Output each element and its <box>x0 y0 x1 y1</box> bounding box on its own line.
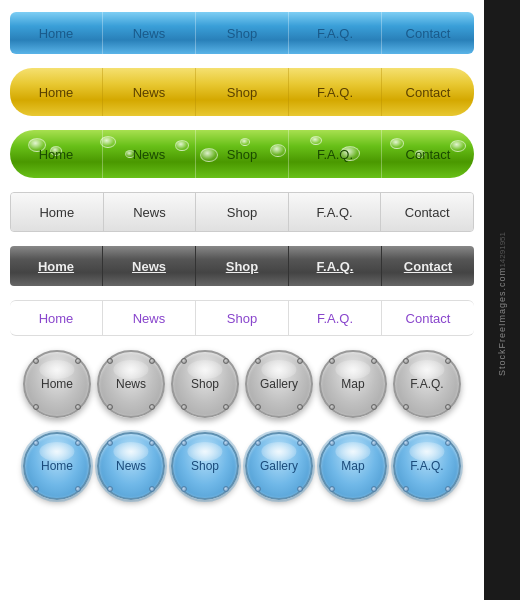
nav-shop-yellow[interactable]: Shop <box>196 68 289 116</box>
nav-faq-yellow[interactable]: F.A.Q. <box>289 68 382 116</box>
screw-tl <box>255 358 261 364</box>
navbar-white: Home News Shop F.A.Q. Contact <box>10 300 474 336</box>
nav-home-dark[interactable]: Home <box>10 246 103 286</box>
outer-ring <box>317 430 389 502</box>
screw-bl <box>107 486 113 492</box>
screw-tl <box>107 358 113 364</box>
circle-row-gray: Home News Shop Gallery M <box>10 350 474 418</box>
nav-news-dark[interactable]: News <box>103 246 196 286</box>
screw-br <box>75 486 81 492</box>
navbar-silver: Home News Shop F.A.Q. Contact <box>10 192 474 232</box>
circle-btn-home-gray[interactable]: Home <box>23 350 91 418</box>
screw-bl <box>33 486 39 492</box>
nav-shop-white[interactable]: Shop <box>196 301 289 335</box>
nav-faq-dark[interactable]: F.A.Q. <box>289 246 382 286</box>
circle-label: News <box>116 377 146 391</box>
nav-news-white[interactable]: News <box>103 301 196 335</box>
screw-tr <box>149 440 155 446</box>
circle-btn-gallery-gray[interactable]: Gallery <box>245 350 313 418</box>
circle-btn-map-gray[interactable]: Map <box>319 350 387 418</box>
outer-ring <box>391 430 463 502</box>
screw-bl <box>329 404 335 410</box>
screw-bl <box>107 404 113 410</box>
nav-shop-silver[interactable]: Shop <box>196 193 289 231</box>
nav-shop-green[interactable]: Shop <box>196 130 289 178</box>
nav-faq-green[interactable]: F.A.Q. <box>289 130 382 178</box>
screw-tr <box>371 440 377 446</box>
navbar-green: Home News Shop F.A.Q. Contact <box>10 130 474 178</box>
screw-tl <box>33 358 39 364</box>
nav-shop-blue[interactable]: Shop <box>196 12 289 54</box>
outer-ring <box>243 430 315 502</box>
circle-btn-shop-blue[interactable]: Shop <box>171 432 239 500</box>
circle-label: Shop <box>191 377 219 391</box>
circle-label: Gallery <box>260 377 298 391</box>
screw-tr <box>371 358 377 364</box>
circle-btn-map-blue[interactable]: Map <box>319 432 387 500</box>
screw-bl <box>255 486 261 492</box>
screw-br <box>445 404 451 410</box>
nav-contact-yellow[interactable]: Contact <box>382 68 474 116</box>
circle-btn-faq-blue[interactable]: F.A.Q. <box>393 432 461 500</box>
screw-tr <box>75 358 81 364</box>
screw-tr <box>223 440 229 446</box>
screw-tl <box>33 440 39 446</box>
nav-faq-blue[interactable]: F.A.Q. <box>289 12 382 54</box>
circle-btn-news-blue[interactable]: News <box>97 432 165 500</box>
nav-home-white[interactable]: Home <box>10 301 103 335</box>
outer-ring <box>95 430 167 502</box>
nav-faq-white[interactable]: F.A.Q. <box>289 301 382 335</box>
nav-news-silver[interactable]: News <box>104 193 197 231</box>
screw-br <box>75 404 81 410</box>
screw-tr <box>297 358 303 364</box>
screw-tl <box>181 440 187 446</box>
navbar-blue: Home News Shop F.A.Q. Contact <box>10 12 474 54</box>
nav-home-green[interactable]: Home <box>10 130 103 178</box>
nav-faq-silver[interactable]: F.A.Q. <box>289 193 382 231</box>
circle-label: F.A.Q. <box>410 377 443 391</box>
nav-news-green[interactable]: News <box>103 130 196 178</box>
circle-label: Map <box>341 377 364 391</box>
nav-news-yellow[interactable]: News <box>103 68 196 116</box>
screw-tr <box>297 440 303 446</box>
nav-shop-dark[interactable]: Shop <box>196 246 289 286</box>
navbar-dark: Home News Shop F.A.Q. Contact <box>10 246 474 286</box>
nav-home-silver[interactable]: Home <box>11 193 104 231</box>
screw-br <box>223 486 229 492</box>
screw-br <box>371 404 377 410</box>
nav-contact-white[interactable]: Contact <box>382 301 474 335</box>
screw-bl <box>181 486 187 492</box>
nav-home-yellow[interactable]: Home <box>10 68 103 116</box>
screw-bl <box>403 486 409 492</box>
main-content: Home News Shop F.A.Q. Contact Home News … <box>0 0 484 600</box>
nav-contact-silver[interactable]: Contact <box>381 193 473 231</box>
nav-contact-green[interactable]: Contact <box>382 130 474 178</box>
outer-ring <box>169 430 241 502</box>
screw-br <box>223 404 229 410</box>
screw-bl <box>329 486 335 492</box>
screw-tr <box>445 440 451 446</box>
screw-br <box>371 486 377 492</box>
circle-btn-news-gray[interactable]: News <box>97 350 165 418</box>
screw-tl <box>329 358 335 364</box>
nav-contact-dark[interactable]: Contact <box>382 246 474 286</box>
circle-btn-home-blue[interactable]: Home <box>23 432 91 500</box>
screw-tr <box>445 358 451 364</box>
nav-news-blue[interactable]: News <box>103 12 196 54</box>
screw-br <box>149 486 155 492</box>
navbar-yellow: Home News Shop F.A.Q. Contact <box>10 68 474 116</box>
nav-home-blue[interactable]: Home <box>10 12 103 54</box>
nav-contact-blue[interactable]: Contact <box>382 12 474 54</box>
screw-bl <box>181 404 187 410</box>
screw-tl <box>255 440 261 446</box>
circle-label: Home <box>41 377 73 391</box>
screw-br <box>445 486 451 492</box>
circle-btn-faq-gray[interactable]: F.A.Q. <box>393 350 461 418</box>
screw-bl <box>403 404 409 410</box>
screw-br <box>297 404 303 410</box>
circle-row-blue: Home News Shop Gallery <box>10 432 474 500</box>
screw-br <box>149 404 155 410</box>
circle-btn-shop-gray[interactable]: Shop <box>171 350 239 418</box>
screw-tl <box>403 440 409 446</box>
circle-btn-gallery-blue[interactable]: Gallery <box>245 432 313 500</box>
